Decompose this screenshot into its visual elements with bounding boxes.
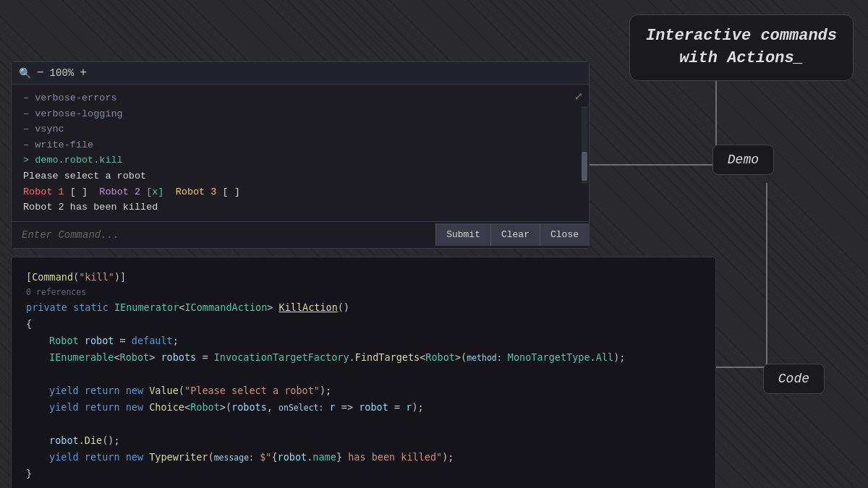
- close-button[interactable]: Close: [540, 223, 589, 246]
- code-line-8: yield return new Value("Please select a …: [26, 382, 701, 399]
- code-label-box: Code: [763, 364, 825, 394]
- code-line-6: IEnumerable<Robot> robots = InvocationTa…: [26, 349, 701, 366]
- code-line-5: Robot robot = default;: [26, 333, 701, 349]
- terminal-scrollbar[interactable]: [582, 106, 587, 184]
- zoom-plus-button[interactable]: +: [78, 67, 88, 80]
- code-line-3: private static IEnumerator<ICommandActio…: [26, 299, 701, 316]
- terminal-line-1: – verbose-errors: [23, 93, 117, 103]
- demo-box: Demo: [712, 145, 774, 175]
- zoom-minus-button[interactable]: −: [35, 67, 46, 80]
- code-panel: [Command("kill")] 0 references private s…: [11, 257, 716, 488]
- terminal-panel: 🔍 − 100% + ⤢ – verbose-errors – verbose-…: [11, 61, 590, 249]
- submit-button[interactable]: Submit: [435, 223, 490, 246]
- code-line-10: [26, 416, 701, 432]
- terminal-line-4: – write-file: [23, 140, 93, 150]
- zoom-value: 100%: [50, 67, 75, 79]
- code-line-12: yield return new Typewriter(message: $"{…: [26, 449, 701, 466]
- clear-button[interactable]: Clear: [490, 223, 540, 246]
- command-line: > demo.robot.kill: [23, 155, 123, 166]
- search-icon: 🔍: [19, 67, 31, 80]
- robot-selection-line: Robot 1 [ ] Robot 2 [x] Robot 3 [ ]: [23, 187, 240, 197]
- code-line-2: 0 references: [26, 286, 701, 300]
- code-line-9: yield return new Choice<Robot>(robots, o…: [26, 399, 701, 416]
- expand-icon[interactable]: ⤢: [574, 89, 583, 105]
- code-label: Code: [778, 372, 809, 386]
- terminal-output: ⤢ – verbose-errors – verbose-logging – v…: [12, 85, 589, 221]
- demo-label: Demo: [728, 153, 759, 167]
- code-line-7: [26, 366, 701, 382]
- code-line-1: [Command("kill")]: [26, 269, 701, 286]
- command-input[interactable]: [12, 222, 435, 248]
- terminal-line-2: – verbose-logging: [23, 108, 123, 119]
- code-line-13: }: [26, 466, 701, 482]
- terminal-line-3: – vsync: [23, 124, 64, 134]
- command-row: Submit Clear Close: [12, 221, 589, 248]
- code-line-4: {: [26, 316, 701, 333]
- title-box: Interactive commands with Actions_: [629, 14, 854, 81]
- terminal-scrollbar-thumb: [582, 152, 587, 181]
- result-line: Robot 2 has been killed: [23, 202, 158, 213]
- title-text: Interactive commands with Actions_: [646, 27, 837, 67]
- zoom-bar: 🔍 − 100% +: [12, 62, 589, 85]
- code-line-11: robot.Die();: [26, 432, 701, 449]
- prompt-text: Please select a robot: [23, 171, 146, 181]
